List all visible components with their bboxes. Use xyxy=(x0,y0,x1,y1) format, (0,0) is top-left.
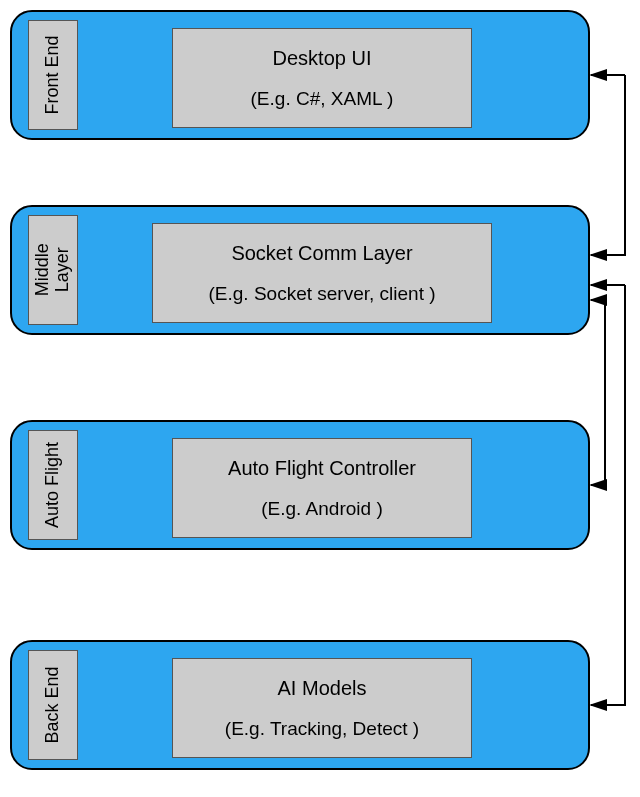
autoflight-side-label: Auto Flight xyxy=(28,430,78,540)
arrow-middle-backend xyxy=(591,285,625,705)
middle-side-label: Middle Layer xyxy=(28,215,78,325)
arrow-middle-autoflight xyxy=(591,300,605,485)
frontend-layer: Front End Desktop UI (E.g. C#, XAML ) xyxy=(10,10,590,140)
frontend-side-label: Front End xyxy=(28,20,78,130)
autoflight-side-text: Auto Flight xyxy=(43,442,63,528)
backend-subtitle: (E.g. Tracking, Detect ) xyxy=(225,716,419,743)
backend-side-label: Back End xyxy=(28,650,78,760)
middle-inner-box: Socket Comm Layer (E.g. Socket server, c… xyxy=(152,223,492,323)
frontend-side-text: Front End xyxy=(43,35,63,114)
backend-side-text: Back End xyxy=(43,666,63,743)
middle-title: Socket Comm Layer xyxy=(231,239,412,267)
autoflight-layer: Auto Flight Auto Flight Controller (E.g.… xyxy=(10,420,590,550)
autoflight-subtitle: (E.g. Android ) xyxy=(261,496,382,523)
backend-inner-box: AI Models (E.g. Tracking, Detect ) xyxy=(172,658,472,758)
middle-side-text: Middle Layer xyxy=(33,243,73,296)
frontend-title: Desktop UI xyxy=(273,44,372,72)
backend-title: AI Models xyxy=(278,674,367,702)
backend-layer: Back End AI Models (E.g. Tracking, Detec… xyxy=(10,640,590,770)
arrow-frontend-middle xyxy=(591,75,625,255)
frontend-inner-box: Desktop UI (E.g. C#, XAML ) xyxy=(172,28,472,128)
middle-subtitle: (E.g. Socket server, client ) xyxy=(208,281,435,308)
autoflight-title: Auto Flight Controller xyxy=(228,454,416,482)
frontend-subtitle: (E.g. C#, XAML ) xyxy=(251,86,394,113)
autoflight-inner-box: Auto Flight Controller (E.g. Android ) xyxy=(172,438,472,538)
middle-layer: Middle Layer Socket Comm Layer (E.g. Soc… xyxy=(10,205,590,335)
